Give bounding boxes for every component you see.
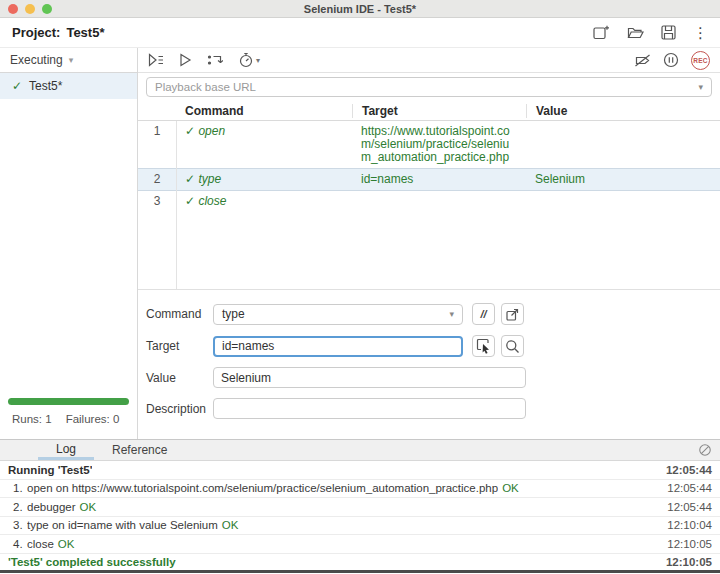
failures-count: Failures: 0: [66, 413, 120, 425]
chevron-down-icon: ▾: [256, 56, 260, 65]
tab-log[interactable]: Log: [38, 440, 94, 460]
log-entry-time: 12:05:44: [666, 464, 712, 476]
table-row-selected[interactable]: 2 ✓ type id=names Selenium: [138, 168, 720, 191]
pause-on-exceptions-button[interactable]: [663, 52, 679, 68]
open-new-window-icon: [505, 307, 520, 322]
project-name: Test5*: [66, 25, 104, 40]
row-number: 1: [138, 121, 176, 142]
toggle-comment-button[interactable]: //: [472, 303, 495, 325]
table-row[interactable]: 1 ✓ open https://www.tutorialspoint.com/…: [138, 121, 720, 168]
log-entry-number: 4.: [8, 538, 27, 550]
chevron-down-icon: ▾: [69, 55, 74, 65]
command-passed-check-icon: ✓: [185, 194, 195, 208]
open-project-button[interactable]: [627, 25, 644, 40]
record-button[interactable]: REC: [691, 51, 710, 70]
playback-url-placeholder: Playback base URL: [155, 81, 256, 93]
log-entry: Running 'Test5' 12:05:44: [0, 461, 720, 480]
sidebar-item-test5[interactable]: ✓ Test5*: [0, 73, 137, 99]
column-header-value: Value: [526, 104, 720, 118]
test-speed-button[interactable]: ▾: [238, 52, 260, 68]
zoom-window-button[interactable]: [42, 4, 52, 14]
log-entry-status: OK: [502, 482, 519, 494]
log-entries: Running 'Test5' 12:05:44 1. open on http…: [0, 461, 720, 570]
project-actions: ⋮: [593, 25, 708, 40]
command-name: type: [198, 172, 221, 186]
command-cell: ✓ open: [176, 121, 352, 142]
tab-reference[interactable]: Reference: [94, 440, 185, 460]
log-entry-text: open on https://www.tutorialspoint.com/s…: [27, 482, 498, 494]
number-column-divider: [176, 121, 177, 289]
disable-breakpoints-icon: [634, 53, 651, 68]
sidebar-spacer: [0, 99, 137, 398]
traffic-lights: [8, 4, 52, 14]
tests-dropdown[interactable]: Executing ▾: [0, 48, 137, 73]
run-current-test-button[interactable]: [179, 53, 192, 67]
table-row[interactable]: 3 ✓ close: [138, 191, 720, 213]
project-label: Project:: [12, 25, 60, 40]
toolbar-right-group: REC: [634, 51, 710, 70]
playback-base-url-input[interactable]: Playback base URL ▾: [146, 77, 712, 97]
new-project-button[interactable]: [593, 25, 610, 40]
test-passed-check-icon: ✓: [12, 79, 22, 93]
runs-summary: Runs: 1 Failures: 0: [0, 405, 137, 439]
log-entry-text: close: [27, 538, 54, 550]
value-cell: [526, 121, 720, 129]
command-editor: Command type ▾ //: [138, 289, 720, 439]
log-panel: Log Reference Running 'Test5' 12:05:44 1…: [0, 439, 720, 573]
value-input[interactable]: [213, 367, 526, 388]
runs-count: Runs: 1: [12, 413, 52, 425]
log-entry-status: OK: [222, 519, 239, 531]
search-target-button[interactable]: [501, 335, 524, 357]
log-entry-number: 1.: [8, 482, 27, 494]
log-entry-text: type on id=name with value Selenium: [27, 519, 218, 531]
open-folder-icon: [627, 25, 644, 40]
clear-log-icon: [698, 443, 712, 457]
log-entry-status: OK: [58, 538, 75, 550]
open-new-window-button[interactable]: [501, 303, 524, 325]
disable-breakpoints-button[interactable]: [634, 53, 651, 68]
value-cell: Selenium: [526, 169, 720, 190]
log-entry-status: OK: [80, 501, 97, 513]
log-entry: 2. debugger OK 12:05:44: [0, 498, 720, 517]
log-entry-number: 3.: [8, 519, 27, 531]
log-entry-text: Running 'Test5': [8, 464, 92, 476]
window-titlebar: Selenium IDE - Test5*: [0, 0, 720, 18]
search-icon: [505, 339, 520, 354]
log-entry-time: 12:10:05: [667, 538, 712, 550]
command-select[interactable]: type ▾: [213, 304, 463, 325]
window-title: Selenium IDE - Test5*: [304, 3, 416, 15]
window-bottom-edge: [0, 570, 720, 573]
log-entry-text: 'Test5' completed successfully: [8, 556, 176, 568]
command-passed-check-icon: ✓: [185, 172, 195, 186]
stopwatch-icon: [238, 52, 254, 68]
more-options-button[interactable]: ⋮: [693, 25, 708, 40]
target-input[interactable]: [213, 336, 463, 357]
test-progress-bar: [8, 398, 129, 405]
minimize-window-button[interactable]: [25, 4, 35, 14]
select-target-button[interactable]: [472, 335, 495, 357]
description-input[interactable]: [213, 398, 526, 419]
description-field-label: Description: [146, 402, 213, 416]
run-all-tests-button[interactable]: [148, 53, 164, 67]
comment-slashes-icon: //: [480, 308, 486, 320]
step-over-button[interactable]: [207, 53, 223, 67]
project-bar: Project: Test5*: [0, 18, 720, 48]
value-form-row: Value: [146, 367, 712, 388]
log-entry-time: 12:10:04: [667, 519, 712, 531]
main-panel: ▾: [138, 48, 720, 439]
column-header-command: Command: [176, 104, 352, 118]
log-entry-time: 12:05:44: [667, 482, 712, 494]
clear-log-button[interactable]: [698, 443, 712, 457]
playback-url-row: Playback base URL ▾: [138, 73, 720, 101]
log-entry-time: 12:10:05: [666, 556, 712, 568]
test-name: Test5*: [29, 79, 62, 93]
log-entry-number: 2.: [8, 501, 27, 513]
pause-circle-icon: [663, 52, 679, 68]
close-window-button[interactable]: [8, 4, 18, 14]
new-project-icon: [593, 25, 610, 40]
save-project-button[interactable]: [661, 25, 676, 40]
target-cell: id=names: [352, 169, 526, 190]
row-number: 2: [138, 169, 176, 190]
target-cell: [352, 191, 526, 199]
command-table-header: Command Target Value: [138, 101, 720, 121]
